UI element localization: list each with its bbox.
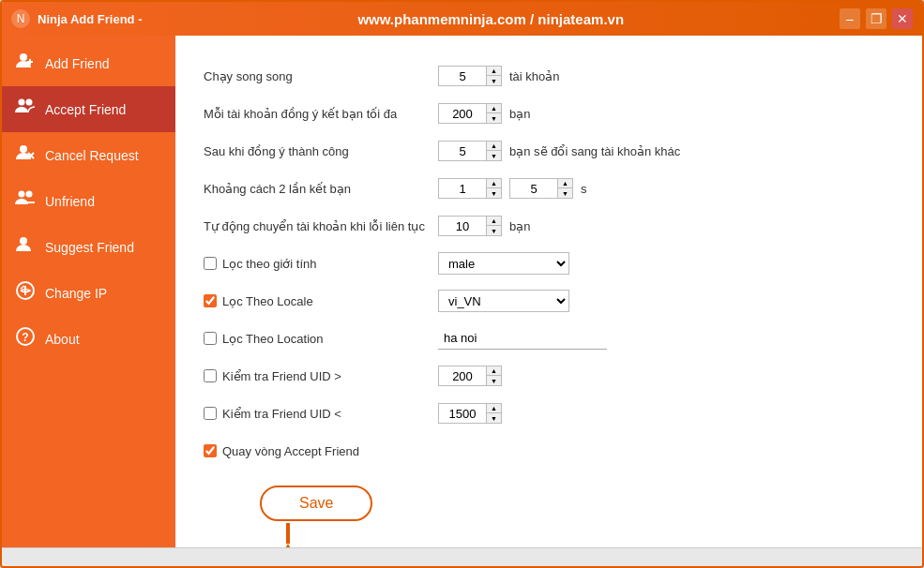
sau-khi-input[interactable] — [439, 142, 486, 160]
sau-khi-label: Sau khi đồng ý thành công — [204, 144, 438, 158]
kiem-tra-uid-gt-spinner[interactable]: ▲ ▼ — [438, 366, 502, 386]
sau-khi-spinner[interactable]: ▲ ▼ — [438, 141, 502, 161]
sau-khi-unit: bạn sẽ đổi sang tài khoản khác — [509, 144, 680, 158]
loc-theo-location-input[interactable] — [438, 327, 607, 350]
tu-dong-spinner[interactable]: ▲ ▼ — [438, 216, 502, 236]
khoang-cach-up1[interactable]: ▲ — [486, 179, 501, 188]
sidebar-item-unfriend[interactable]: Unfriend — [2, 178, 175, 224]
loc-theo-gioi-tinh-select[interactable]: male female all — [438, 252, 569, 275]
tu-dong-up[interactable]: ▲ — [486, 217, 501, 226]
sau-khi-down[interactable]: ▼ — [486, 151, 501, 160]
kiem-tra-uid-gt-label[interactable]: Kiểm tra Friend UID > — [204, 369, 438, 383]
svg-point-9 — [26, 191, 33, 198]
khoang-cach-spinner2[interactable]: ▲ ▼ — [509, 178, 573, 199]
loc-theo-location-checkbox[interactable] — [204, 332, 217, 345]
svg-point-0 — [20, 53, 27, 61]
khoang-cach-unit: s — [581, 182, 587, 196]
sidebar-item-suggest-friend[interactable]: Suggest Friend — [2, 224, 175, 270]
kiem-tra-uid-lt-row: Kiểm tra Friend UID < ▲ ▼ — [204, 401, 894, 426]
kiem-tra-uid-gt-row: Kiểm tra Friend UID > ▲ ▼ — [204, 364, 894, 388]
app-title: Ninja Add Friend - — [38, 12, 142, 26]
restore-button[interactable]: ❐ — [866, 8, 886, 29]
change-ip-icon — [15, 281, 36, 305]
khoang-cach-input1[interactable] — [439, 179, 486, 198]
khoang-cach-label: Khoảng cách 2 lần kết bạn — [204, 182, 438, 196]
cancel-request-icon — [15, 143, 36, 167]
chay-song-song-row: Chạy song song ▲ ▼ tài khoản — [204, 64, 894, 88]
moi-tai-khoan-spinner[interactable]: ▲ ▼ — [438, 103, 502, 124]
tu-dong-input[interactable] — [439, 217, 486, 235]
about-icon: ? — [15, 327, 36, 351]
loc-theo-location-row: Lọc Theo Location — [204, 326, 894, 351]
kiem-tra-uid-lt-down[interactable]: ▼ — [486, 413, 501, 423]
moi-tai-khoan-up[interactable]: ▲ — [486, 104, 501, 113]
tu-dong-down[interactable]: ▼ — [486, 226, 501, 235]
loc-theo-gioi-tinh-label[interactable]: Lọc theo giới tính — [204, 257, 438, 271]
moi-tai-khoan-input[interactable] — [439, 104, 486, 123]
svg-point-8 — [19, 191, 25, 198]
sidebar-label-accept-friend: Accept Friend — [45, 102, 126, 117]
svg-point-4 — [26, 99, 33, 106]
sidebar-label-change-ip: Change IP — [45, 286, 107, 301]
kiem-tra-uid-lt-up[interactable]: ▲ — [486, 404, 501, 413]
accept-friend-icon — [15, 97, 36, 121]
loc-theo-location-label[interactable]: Lọc Theo Location — [204, 332, 438, 346]
kiem-tra-uid-lt-input[interactable] — [439, 404, 486, 423]
svg-point-10 — [20, 237, 27, 245]
svg-line-13 — [21, 286, 24, 289]
form-section: Chạy song song ▲ ▼ tài khoản — [204, 64, 894, 476]
save-arrow — [260, 523, 297, 547]
sidebar-item-accept-friend[interactable]: Accept Friend — [2, 86, 175, 132]
sau-khi-up[interactable]: ▲ — [486, 142, 501, 151]
kiem-tra-uid-lt-checkbox[interactable] — [204, 407, 217, 420]
save-button[interactable]: Save — [260, 486, 372, 521]
sidebar-item-add-friend[interactable]: Add Friend — [2, 40, 175, 86]
sidebar-label-cancel-request: Cancel Request — [45, 148, 139, 163]
chay-song-song-up[interactable]: ▲ — [486, 67, 501, 76]
kiem-tra-uid-gt-checkbox[interactable] — [204, 369, 217, 382]
minimize-button[interactable]: – — [840, 8, 860, 29]
svg-point-5 — [20, 145, 27, 153]
kiem-tra-uid-lt-label[interactable]: Kiểm tra Friend UID < — [204, 407, 438, 421]
moi-tai-khoan-row: Mỗi tài khoản đồng ý kết bạn tối đa ▲ ▼ … — [204, 101, 894, 126]
khoang-cach-spinner1[interactable]: ▲ ▼ — [438, 178, 502, 199]
app-icon: N — [11, 9, 30, 28]
tu-dong-row: Tự động chuyển tài khoản khi lỗi liên tụ… — [204, 214, 894, 238]
loc-theo-locale-row: Lọc Theo Locale vi_VN en_US en_GB — [204, 289, 894, 313]
loc-theo-gioi-tinh-checkbox[interactable] — [204, 257, 217, 270]
quay-vong-row: Quay vòng Accept Friend — [204, 439, 894, 463]
sidebar-label-unfriend: Unfriend — [45, 194, 95, 209]
chay-song-song-label: Chạy song song — [204, 69, 438, 83]
chay-song-song-input[interactable] — [439, 67, 486, 85]
chay-song-song-spinner[interactable]: ▲ ▼ — [438, 66, 502, 86]
loc-theo-locale-select[interactable]: vi_VN en_US en_GB — [438, 290, 569, 312]
kiem-tra-uid-gt-input[interactable] — [439, 366, 486, 385]
loc-theo-gioi-tinh-row: Lọc theo giới tính male female all — [204, 251, 894, 276]
tu-dong-unit: bạn — [509, 219, 530, 233]
loc-theo-locale-label[interactable]: Lọc Theo Locale — [204, 294, 438, 308]
quay-vong-checkbox[interactable] — [204, 444, 217, 457]
quay-vong-label[interactable]: Quay vòng Accept Friend — [204, 444, 438, 458]
sidebar-item-change-ip[interactable]: Change IP — [2, 270, 175, 316]
sidebar-item-cancel-request[interactable]: Cancel Request — [2, 132, 175, 178]
chay-song-song-unit: tài khoản — [509, 69, 560, 83]
loc-theo-locale-checkbox[interactable] — [204, 294, 217, 307]
khoang-cach-down2[interactable]: ▼ — [557, 188, 572, 198]
moi-tai-khoan-unit: bạn — [509, 107, 530, 121]
chay-song-song-down[interactable]: ▼ — [486, 76, 501, 85]
titlebar: N Ninja Add Friend - www.phanmemninja.co… — [2, 2, 922, 36]
status-bar — [2, 547, 922, 566]
sidebar-item-about[interactable]: ? About — [2, 316, 175, 362]
kiem-tra-uid-lt-spinner[interactable]: ▲ ▼ — [438, 403, 502, 424]
sidebar-label-add-friend: Add Friend — [45, 56, 109, 71]
suggest-friend-icon — [15, 235, 36, 259]
khoang-cach-input2[interactable] — [510, 179, 557, 198]
kiem-tra-uid-gt-down[interactable]: ▼ — [486, 376, 501, 385]
khoang-cach-row: Khoảng cách 2 lần kết bạn ▲ ▼ — [204, 176, 894, 201]
close-button[interactable]: ✕ — [892, 8, 913, 29]
kiem-tra-uid-gt-up[interactable]: ▲ — [486, 366, 501, 376]
khoang-cach-up2[interactable]: ▲ — [557, 179, 572, 188]
khoang-cach-down1[interactable]: ▼ — [486, 188, 501, 198]
moi-tai-khoan-down[interactable]: ▼ — [486, 113, 501, 123]
sidebar-label-suggest-friend: Suggest Friend — [45, 240, 134, 255]
